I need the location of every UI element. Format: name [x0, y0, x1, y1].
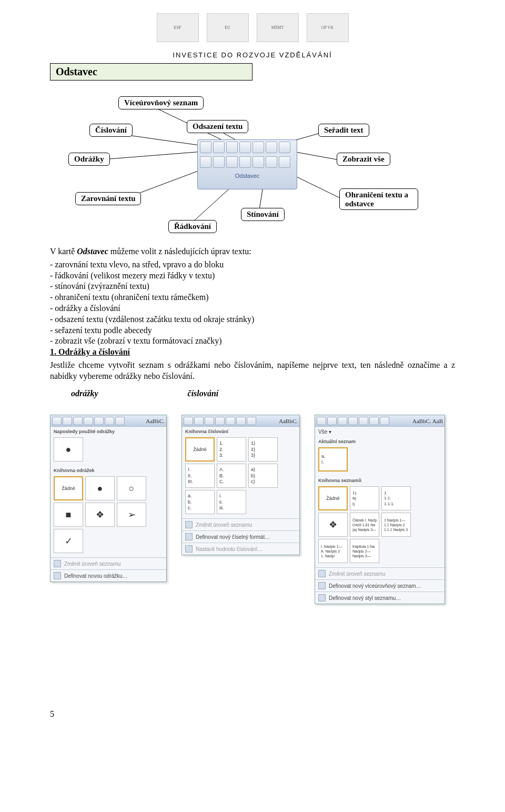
- align-right-button[interactable]: [226, 156, 238, 168]
- style-preview: AaBbC.: [146, 418, 165, 424]
- multi-option-current[interactable]: a. i.: [318, 447, 348, 472]
- list-item: seřazení textu podle abecedy: [50, 325, 455, 336]
- subsection-text: Jestliže chceme vytvořit seznam s odrážk…: [50, 360, 455, 382]
- bullet-option[interactable]: ■: [54, 503, 83, 527]
- shading-button[interactable]: [266, 156, 277, 168]
- rbtn[interactable]: [380, 417, 389, 425]
- page-number: 5: [50, 709, 455, 719]
- bullet-option-none[interactable]: Žádné: [54, 476, 83, 500]
- show-all-button[interactable]: [279, 142, 290, 153]
- panel-label: Odstavec: [198, 173, 297, 179]
- rbtn[interactable]: [226, 417, 235, 425]
- label-bullets: odrážky: [71, 388, 98, 399]
- multi-option[interactable]: ❖: [318, 513, 348, 537]
- section-title: Odstavec: [50, 63, 252, 81]
- number-option[interactable]: i. ii. iii.: [217, 490, 246, 514]
- callout-border: Ohraničení textu a odstavce: [339, 188, 418, 210]
- intro-line: V kartě Odstavec můžeme volit z následuj…: [50, 246, 455, 257]
- rbtn[interactable]: [317, 417, 326, 425]
- section-recent: Naposledy použité odrážky: [50, 427, 166, 435]
- decrease-indent-button[interactable]: [239, 142, 251, 153]
- sort-button[interactable]: [266, 142, 277, 153]
- rbtn[interactable]: [73, 417, 83, 425]
- gallery-row: AaBbC. Naposledy použité odrážky ● Kniho…: [50, 415, 455, 604]
- section-library: Knihovna odrážek: [50, 466, 166, 474]
- align-center-button[interactable]: [213, 156, 225, 168]
- increase-indent-button[interactable]: [252, 142, 264, 153]
- gallery-labels: odrážky číslování: [50, 388, 455, 399]
- rbtn[interactable]: [205, 417, 214, 425]
- multi-option[interactable]: 1 Nadpis 1— 1.1 Nadpis 2 1.1.1 Nadpis 3: [381, 513, 411, 537]
- rbtn[interactable]: [247, 417, 256, 425]
- section-library: Knihovna seznamů: [315, 476, 445, 484]
- multi-option[interactable]: 1) a) i): [350, 486, 379, 510]
- multi-option[interactable]: Kapitola 1 Na Nadpis 2— Nadpis 3—: [350, 539, 379, 563]
- change-level-item: Změnit úroveň seznamu: [182, 518, 299, 530]
- numbering-button[interactable]: [213, 142, 225, 153]
- rbtn[interactable]: [84, 417, 93, 425]
- list-item: odsazení textu (vzdálenost začátku textu…: [50, 314, 455, 325]
- border-button[interactable]: [279, 156, 290, 168]
- define-format-item[interactable]: Definovat nový číselný formát…: [182, 530, 299, 543]
- section-library: Knihovna číslování: [182, 427, 299, 435]
- rbtn[interactable]: [52, 417, 62, 425]
- rbtn[interactable]: [194, 417, 204, 425]
- bullet-option[interactable]: ○: [117, 476, 146, 500]
- define-icon: [54, 572, 61, 579]
- rbtn[interactable]: [184, 417, 193, 425]
- define-new-bullet-item[interactable]: Definovat novou odrážku…: [50, 569, 166, 582]
- multi-option-none[interactable]: Žádné: [318, 486, 348, 510]
- all-toggle[interactable]: Vše ▾: [315, 427, 445, 437]
- number-option[interactable]: A. B. C.: [217, 464, 246, 488]
- align-left-button[interactable]: [200, 156, 211, 168]
- define-list-style-item[interactable]: Definovat nový styl seznamu…: [315, 592, 445, 604]
- define-multilevel-item[interactable]: Definovat nový víceúrovňový seznam…: [315, 579, 445, 592]
- define-icon: [185, 533, 193, 540]
- rbtn[interactable]: [369, 417, 379, 425]
- odstavec-diagram: Víceúrovňový seznam Číslování Odsazení t…: [50, 91, 455, 238]
- justify-button[interactable]: [239, 156, 251, 168]
- list-item: ohraničení textu (ohraničení textu rámeč…: [50, 292, 455, 303]
- logo-eu: EU: [207, 13, 249, 42]
- define-icon: [318, 594, 326, 602]
- multi-option[interactable]: 1. 1.1. 1.1.1.: [381, 486, 411, 510]
- number-option[interactable]: 1. 2. 3.: [217, 437, 246, 462]
- callout-line-spacing: Řádkování: [168, 220, 217, 233]
- define-icon: [318, 582, 326, 589]
- rbtn[interactable]: [94, 417, 104, 425]
- line-spacing-button[interactable]: [252, 156, 264, 168]
- logo-esf: ESF: [157, 13, 199, 42]
- bullet-option[interactable]: ✓: [54, 529, 83, 553]
- bullet-option[interactable]: ➢: [117, 503, 146, 527]
- bullet-option[interactable]: ●: [85, 476, 115, 500]
- rbtn[interactable]: [105, 417, 114, 425]
- body-text: V kartě Odstavec můžeme volit z následuj…: [50, 246, 455, 399]
- value-icon: [185, 545, 193, 553]
- bullet-option[interactable]: ❖: [85, 503, 115, 527]
- rbtn[interactable]: [115, 417, 125, 425]
- list-item: stínování (zvýraznění textu): [50, 281, 455, 292]
- multilevel-button[interactable]: [226, 142, 238, 153]
- rbtn[interactable]: [215, 417, 225, 425]
- rbtn[interactable]: [236, 417, 246, 425]
- multi-option[interactable]: Článek I. Nadp Oddíl 1.01 Na (a) Nadpis …: [350, 513, 379, 537]
- rbtn[interactable]: [327, 417, 337, 425]
- bullets-button[interactable]: [200, 142, 211, 153]
- number-option[interactable]: a) b) c): [248, 464, 278, 488]
- number-option-none[interactable]: Žádné: [185, 437, 215, 462]
- intro-bold: Odstavec: [77, 247, 108, 256]
- multilevel-dropdown: AaBbC. AaB Vše ▾ Aktuální seznam a. i. K…: [315, 415, 445, 604]
- number-option[interactable]: 1) 2) 3): [248, 437, 278, 462]
- rbtn[interactable]: [359, 417, 368, 425]
- number-option[interactable]: a. b. c.: [185, 490, 215, 514]
- bullet-option[interactable]: ●: [54, 437, 83, 462]
- set-value-item: Nastavit hodnotu číslování…: [182, 543, 299, 555]
- investice-caption: INVESTICE DO ROZVOJE VZDĚLÁVÁNÍ: [50, 51, 455, 59]
- feature-list: zarovnání textu vlevo, na střed, vpravo …: [50, 259, 455, 347]
- rbtn[interactable]: [63, 417, 72, 425]
- rbtn[interactable]: [338, 417, 347, 425]
- callout-multilevel-list: Víceúrovňový seznam: [118, 96, 204, 109]
- number-option[interactable]: I. II. III.: [185, 464, 215, 488]
- multi-option[interactable]: I. Nadpis 1— A. Nadpis 2 1. Nadpi: [318, 539, 348, 563]
- rbtn[interactable]: [348, 417, 358, 425]
